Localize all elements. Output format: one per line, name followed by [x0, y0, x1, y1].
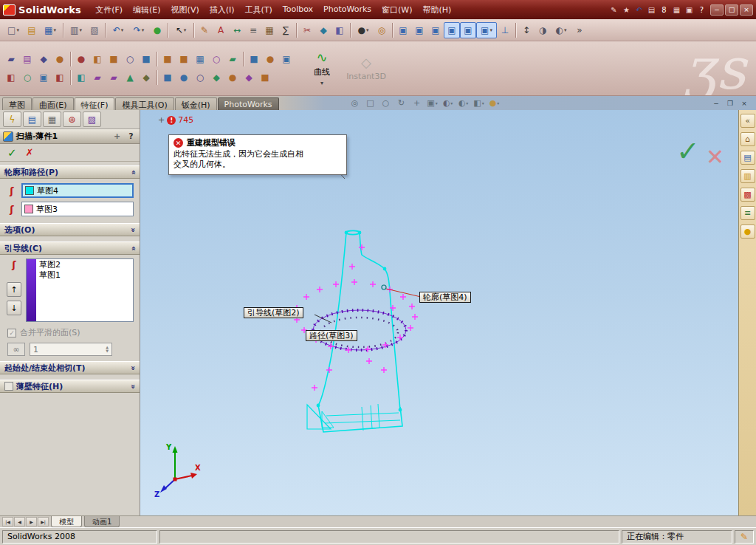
menu-tools[interactable]: 工具(T): [240, 2, 278, 18]
file-explorer-icon[interactable]: ▥: [740, 169, 755, 183]
extruded-cut-icon[interactable]: ●: [73, 51, 89, 67]
iso-view-icon[interactable]: ▣: [476, 22, 497, 38]
pdm-vault-icon[interactable]: ▩: [740, 188, 755, 202]
front-view-icon[interactable]: ▣: [395, 22, 411, 38]
spline-handle-marker[interactable]: [400, 294, 406, 300]
ok-button[interactable]: [7, 146, 17, 160]
spline-handle-marker[interactable]: [359, 244, 365, 250]
tab-sheet-metal[interactable]: 钣金(H): [175, 97, 217, 110]
spline-handle-marker[interactable]: [370, 281, 376, 287]
project-curve-icon[interactable]: ▰: [106, 69, 122, 86]
pan-icon[interactable]: +: [410, 97, 425, 109]
spline-handle-marker[interactable]: [349, 264, 355, 270]
point-icon[interactable]: ▣: [35, 69, 52, 86]
profile-selection-field[interactable]: 草图4: [21, 183, 134, 198]
circular-pattern-icon[interactable]: ●: [262, 51, 278, 67]
convert-icon[interactable]: ◆: [315, 22, 331, 38]
minimize-button[interactable]: −: [710, 4, 724, 16]
menu-toolbox[interactable]: Toolbox: [278, 2, 318, 18]
instant3d-button[interactable]: ◇ Instant3D: [346, 45, 386, 92]
revolve-boss-icon[interactable]: ▤: [19, 51, 35, 67]
arrow-updown-icon[interactable]: ↕: [518, 22, 535, 38]
menu-file[interactable]: 文件(F): [90, 2, 128, 18]
tab-surfaces[interactable]: 曲面(E): [32, 97, 74, 110]
trim-icon[interactable]: ✂: [299, 22, 315, 38]
scale-icon[interactable]: ■: [257, 69, 273, 86]
previous-tab-button[interactable]: ◀: [14, 517, 25, 527]
linear-pattern-icon[interactable]: ■: [246, 51, 262, 67]
confirmation-cancel-icon[interactable]: [706, 144, 724, 170]
hide-show-icon[interactable]: ◐: [456, 97, 471, 109]
curves-button[interactable]: ∿ 曲线: [302, 45, 342, 92]
menu-window[interactable]: 窗口(W): [377, 2, 417, 18]
display-style-icon[interactable]: ◐: [441, 97, 456, 109]
dome-icon[interactable]: ◆: [241, 69, 257, 86]
note-icon[interactable]: ≡: [245, 22, 261, 38]
swept-cut-icon[interactable]: ■: [106, 51, 122, 67]
flex-icon[interactable]: ◆: [208, 69, 224, 86]
tab-sketch[interactable]: 草图: [2, 97, 32, 110]
spline-handle-marker[interactable]: [408, 325, 413, 331]
wrap-icon[interactable]: ●: [224, 69, 241, 86]
document-help-icon[interactable]: ●: [740, 224, 755, 239]
solidworks-resources-icon[interactable]: ⌂: [740, 132, 755, 146]
cancel-button[interactable]: [26, 147, 34, 158]
featuremanager-icon[interactable]: ϟ: [3, 112, 21, 127]
menu-insert[interactable]: 插入(I): [205, 2, 240, 18]
plane-icon[interactable]: ◧: [3, 69, 19, 86]
top-view-icon[interactable]: ▣: [460, 22, 476, 38]
path-callout-label[interactable]: 路径(草图3): [306, 330, 357, 341]
menu-help[interactable]: 帮助(H): [418, 2, 457, 18]
hole-wizard-icon[interactable]: ■: [138, 51, 154, 67]
next-tab-button[interactable]: ▶: [26, 517, 37, 527]
print-preview-icon[interactable]: ▧: [86, 22, 103, 38]
tab-photoworks[interactable]: PhotoWorks: [218, 97, 279, 110]
confirmation-ok-icon[interactable]: [676, 135, 700, 168]
sketch-icon[interactable]: ✎: [196, 22, 213, 38]
favorites-icon[interactable]: ★: [620, 4, 633, 16]
propertymanager-icon[interactable]: ▤: [23, 112, 41, 127]
mirror-feature-icon[interactable]: ▣: [278, 51, 295, 67]
split-line-icon[interactable]: ◆: [138, 69, 154, 86]
badge-8-icon[interactable]: 8: [658, 4, 670, 16]
maximize-button[interactable]: □: [725, 4, 738, 16]
windows-icon[interactable]: ▣: [683, 4, 695, 16]
move-up-button[interactable]: [7, 282, 21, 297]
mirror-icon[interactable]: ◧: [331, 22, 348, 38]
spline-handle-marker[interactable]: [397, 335, 403, 340]
rib-icon[interactable]: ○: [208, 51, 224, 67]
table-icon[interactable]: ▦: [261, 22, 278, 38]
search-results-icon[interactable]: ≡: [740, 206, 755, 220]
normal-to-icon[interactable]: ⊥: [497, 22, 513, 38]
redo-icon[interactable]: ↷: [128, 22, 149, 38]
grid-icon[interactable]: ▦: [670, 4, 683, 16]
equation-icon[interactable]: ∑: [278, 22, 294, 38]
camera-icon[interactable]: ●: [353, 22, 374, 38]
rebuild-icon[interactable]: ●: [149, 22, 165, 38]
zoom-area-icon[interactable]: □: [363, 97, 378, 109]
rotate-view-icon[interactable]: ↻: [394, 97, 409, 109]
spell-check-icon[interactable]: A: [213, 22, 229, 38]
more-icon[interactable]: »: [571, 22, 588, 38]
close-button[interactable]: ×: [740, 4, 753, 16]
appearance-icon[interactable]: ●: [487, 97, 502, 109]
pencil-icon[interactable]: ✎: [608, 4, 620, 16]
spline-handle-marker[interactable]: [326, 367, 332, 373]
status-quick-tips[interactable]: [735, 530, 754, 544]
view-orientation-icon[interactable]: ▣: [425, 97, 440, 109]
help-icon[interactable]: [126, 131, 137, 142]
spline-curve-icon[interactable]: ▰: [89, 69, 106, 86]
spline-handle-marker[interactable]: [333, 281, 339, 287]
print-icon[interactable]: ▥: [66, 22, 86, 38]
section-icon[interactable]: ◑: [535, 22, 551, 38]
tab-mold-tools[interactable]: 模具工具(O): [115, 97, 173, 110]
spline-handle-marker[interactable]: [366, 358, 372, 364]
section-view-icon[interactable]: ◧: [472, 97, 487, 109]
guide-item-1[interactable]: 草图2: [39, 260, 130, 270]
profile-callout-label[interactable]: 轮廓(草图4): [419, 292, 471, 303]
spline-handle-marker[interactable]: [412, 314, 418, 320]
fillet-icon[interactable]: ■: [159, 51, 176, 67]
spline-handle-marker[interactable]: [351, 279, 357, 285]
zoom-in-out-icon[interactable]: ○: [379, 97, 394, 109]
extrude-boss-icon[interactable]: ▰: [3, 51, 19, 67]
